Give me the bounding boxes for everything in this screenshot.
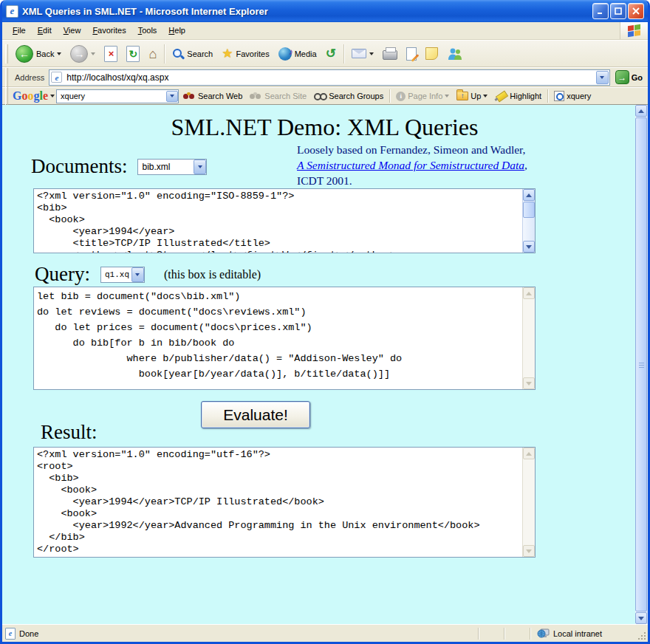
menu-edit[interactable]: Edit bbox=[32, 22, 58, 39]
word-find-button[interactable]: xquery bbox=[551, 89, 594, 103]
search-site-label: Search Site bbox=[264, 92, 307, 100]
status-text: Done bbox=[19, 629, 38, 638]
search-web-label: Search Web bbox=[198, 92, 242, 100]
google-toolbar: Google Search Web Search Site Search Gro… bbox=[2, 87, 648, 105]
go-button[interactable]: → Go bbox=[613, 69, 645, 85]
address-dropdown-button[interactable] bbox=[596, 71, 609, 84]
addressbar-grip[interactable] bbox=[5, 68, 8, 87]
query-scrollbar[interactable] bbox=[522, 287, 535, 389]
credit-link[interactable]: A Semistructured Monad for Semistructure… bbox=[297, 159, 524, 171]
logo-letter: G bbox=[13, 89, 21, 102]
triangle-up-icon bbox=[526, 193, 532, 197]
google-search-dropdown[interactable] bbox=[166, 91, 178, 102]
result-box-content[interactable]: <?xml version="1.0" encoding="utf-16"?> … bbox=[34, 448, 522, 557]
mail-button[interactable] bbox=[348, 47, 377, 61]
page-info-caret[interactable] bbox=[445, 95, 449, 97]
chevron-down-icon bbox=[600, 76, 604, 79]
triangle-up-icon bbox=[526, 292, 532, 295]
address-input[interactable] bbox=[65, 72, 592, 83]
menu-view[interactable]: View bbox=[58, 22, 87, 39]
highlight-marker-icon bbox=[495, 91, 507, 101]
google-search-input[interactable] bbox=[59, 91, 166, 101]
query-box-content[interactable]: let bib = document("docs\bib.xml") do le… bbox=[34, 287, 522, 389]
toolbar-grip[interactable] bbox=[5, 44, 8, 64]
back-button[interactable]: ← Back bbox=[12, 43, 65, 65]
scroll-down-button[interactable] bbox=[523, 241, 535, 253]
documents-scrollbar[interactable] bbox=[522, 189, 535, 253]
up-button[interactable]: ↑ Up bbox=[454, 90, 490, 102]
query-select-dropdown[interactable] bbox=[131, 267, 144, 282]
stop-button[interactable]: × bbox=[100, 44, 121, 64]
history-button[interactable]: ↺ bbox=[322, 45, 340, 62]
up-caret[interactable] bbox=[483, 95, 488, 97]
scroll-thumb[interactable] bbox=[523, 202, 535, 218]
page-scroll-up-button[interactable] bbox=[635, 105, 647, 117]
mail-dropdown-caret[interactable] bbox=[369, 52, 374, 55]
evaluate-button[interactable]: Evaluate! bbox=[201, 401, 310, 428]
highlight-button[interactable]: Highlight bbox=[492, 89, 544, 103]
page-scroll-down-button[interactable] bbox=[635, 612, 647, 624]
scroll-up-button[interactable] bbox=[523, 448, 535, 459]
zone-label: Local intranet bbox=[553, 629, 602, 638]
menu-help[interactable]: Help bbox=[162, 22, 191, 39]
scroll-up-button[interactable] bbox=[523, 287, 535, 299]
stop-icon: × bbox=[104, 46, 117, 62]
google-logo-caret[interactable] bbox=[50, 95, 55, 97]
query-select[interactable]: q1.xq bbox=[100, 267, 145, 283]
google-logo[interactable]: Google bbox=[12, 89, 49, 103]
documents-select[interactable]: bib.xml bbox=[137, 159, 207, 175]
page-info-icon: i bbox=[396, 92, 406, 101]
search-groups-button[interactable]: Search Groups bbox=[311, 90, 386, 102]
forward-button[interactable]: → bbox=[66, 43, 99, 65]
scroll-up-button[interactable] bbox=[523, 189, 535, 201]
search-label: Search bbox=[187, 49, 213, 58]
favorites-button[interactable]: ★ Favorites bbox=[218, 45, 273, 62]
refresh-glyph: ↻ bbox=[129, 49, 138, 59]
page-scrollbar[interactable] bbox=[635, 105, 648, 624]
googlebar-grip[interactable] bbox=[5, 86, 8, 106]
menu-favorites[interactable]: Favorites bbox=[86, 22, 131, 39]
result-box[interactable]: <?xml version="1.0" encoding="utf-16"?> … bbox=[33, 447, 536, 558]
word-find-label: xquery bbox=[567, 92, 591, 100]
result-scrollbar[interactable] bbox=[522, 448, 535, 557]
favorites-star-icon: ★ bbox=[222, 47, 233, 60]
address-label: Address bbox=[13, 73, 46, 82]
menu-file[interactable]: File bbox=[7, 22, 32, 39]
print-button[interactable] bbox=[379, 45, 401, 62]
documents-box-content[interactable]: <?xml version="1.0" encoding="ISO-8859-1… bbox=[34, 189, 522, 253]
search-site-button[interactable]: Search Site bbox=[247, 90, 309, 103]
page-info-button[interactable]: i Page Info bbox=[393, 90, 452, 103]
maximize-button[interactable] bbox=[610, 3, 626, 19]
forward-arrow-glyph: → bbox=[74, 48, 84, 60]
page-scroll-thumb[interactable] bbox=[635, 117, 647, 612]
credit-text: Loosely based on Fernandez, Simeon and W… bbox=[297, 142, 532, 188]
scroll-down-button[interactable] bbox=[523, 545, 535, 557]
go-label: Go bbox=[632, 73, 643, 82]
title-bar[interactable]: e XML Queries in SML.NET - Microsoft Int… bbox=[2, 0, 648, 22]
discuss-button[interactable] bbox=[422, 45, 442, 62]
edit-button[interactable] bbox=[403, 45, 420, 63]
search-web-button[interactable]: Search Web bbox=[180, 90, 245, 103]
forward-dropdown-caret[interactable] bbox=[91, 52, 95, 55]
documents-box[interactable]: <?xml version="1.0" encoding="ISO-8859-1… bbox=[33, 188, 536, 253]
page-ie-icon: e bbox=[51, 72, 62, 83]
documents-select-dropdown[interactable] bbox=[194, 160, 206, 174]
media-button[interactable]: ♪ Media bbox=[275, 45, 321, 63]
scroll-down-button[interactable] bbox=[523, 377, 535, 389]
search-button[interactable]: Search bbox=[168, 46, 216, 62]
query-box[interactable]: let bib = document("docs\bib.xml") do le… bbox=[33, 287, 536, 390]
refresh-button[interactable]: ↻ bbox=[123, 44, 143, 64]
close-button[interactable] bbox=[628, 3, 644, 19]
home-button[interactable]: ⌂ bbox=[145, 45, 160, 63]
triangle-up-icon bbox=[526, 452, 532, 456]
messenger-button[interactable] bbox=[443, 45, 467, 63]
googlebar-separator bbox=[389, 89, 390, 103]
google-search-combo bbox=[56, 89, 179, 103]
googlebar-separator bbox=[547, 89, 548, 103]
status-pane bbox=[508, 627, 526, 640]
back-dropdown-caret[interactable] bbox=[57, 52, 61, 55]
resize-grip[interactable] bbox=[637, 631, 646, 640]
media-globe-icon: ♪ bbox=[278, 47, 292, 61]
menu-tools[interactable]: Tools bbox=[132, 22, 163, 39]
minimize-button[interactable] bbox=[592, 3, 609, 19]
